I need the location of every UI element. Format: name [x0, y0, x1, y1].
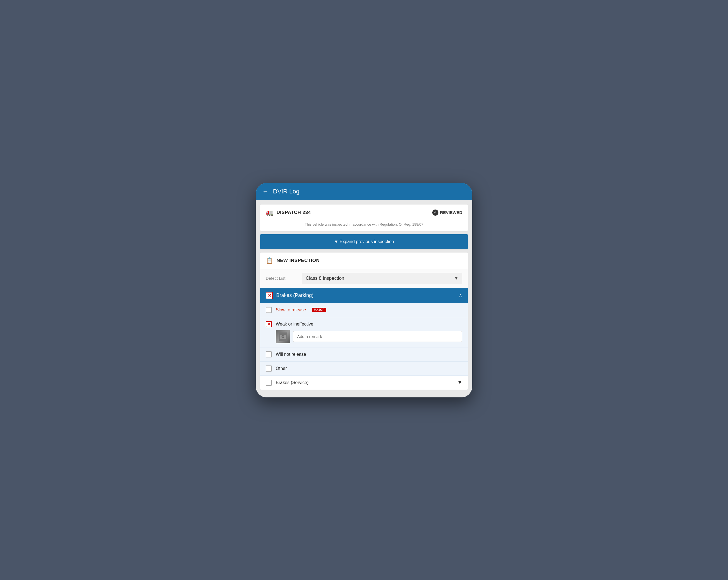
expand-label: ▼ Expand previous inspection: [334, 239, 394, 244]
reviewed-label: REVIEWED: [440, 210, 462, 215]
regulation-text: This vehicle was inspected in accordance…: [260, 221, 468, 231]
will-not-release-checkbox[interactable]: [266, 351, 272, 357]
other-checkbox[interactable]: [266, 365, 272, 371]
clipboard-icon: 📋: [266, 257, 273, 264]
photo-icon: [279, 332, 287, 341]
device-frame: ← DVIR Log 🚛 DISPATCH 234 ✓ REVIEWED Thi…: [256, 183, 472, 397]
content-area: 🚛 DISPATCH 234 ✓ REVIEWED This vehicle w…: [256, 200, 472, 397]
weak-ineffective-checkbox[interactable]: ✕: [266, 321, 272, 327]
items-list: Slow to release MAJOR ✕ Weak or ineffect…: [260, 303, 468, 390]
weak-ineffective-row-top: ✕ Weak or ineffective: [266, 321, 462, 327]
major-badge: MAJOR: [312, 308, 326, 312]
photo-thumb-inner: [276, 330, 290, 343]
weak-ineffective-label: Weak or ineffective: [276, 322, 313, 327]
list-item: Slow to release MAJOR: [260, 303, 468, 317]
new-inspection-title: NEW INSPECTION: [277, 258, 319, 264]
back-button[interactable]: ←: [262, 188, 268, 195]
brakes-service-row[interactable]: Brakes (Service) ▼: [260, 376, 468, 390]
list-item: ✕ Weak or ineffective: [260, 317, 468, 348]
list-item: Other: [260, 362, 468, 376]
new-inspection-card: 📋 NEW INSPECTION Defect List Class 8 Ins…: [260, 252, 468, 390]
chevron-up-icon: ∧: [459, 293, 462, 299]
reviewed-badge: ✓ REVIEWED: [432, 210, 462, 216]
truck-icon: 🚛: [266, 209, 273, 216]
dispatch-row: 🚛 DISPATCH 234 ✓ REVIEWED: [260, 204, 468, 221]
defect-list-row: Defect List Class 8 Inspection ▼: [260, 269, 468, 288]
brakes-service-checkbox[interactable]: [266, 380, 272, 386]
remark-input[interactable]: [293, 331, 462, 342]
brakes-service-label: Brakes (Service): [276, 380, 453, 385]
section-title: Brakes (Parking): [276, 293, 456, 298]
expand-card: ▼ Expand previous inspection: [260, 234, 468, 249]
app-title: DVIR Log: [273, 188, 299, 195]
weak-ineffective-detail: [276, 330, 462, 343]
slow-to-release-checkbox[interactable]: [266, 307, 272, 313]
photo-thumbnail[interactable]: [276, 330, 290, 343]
expand-previous-button[interactable]: ▼ Expand previous inspection: [260, 234, 468, 249]
will-not-release-label: Will not release: [276, 352, 306, 357]
chevron-down-icon: ▼: [457, 380, 462, 385]
svg-point-3: [282, 336, 284, 337]
defect-list-select[interactable]: Class 8 Inspection ▼: [302, 273, 462, 284]
new-inspection-header: 📋 NEW INSPECTION: [260, 252, 468, 269]
other-label: Other: [276, 366, 287, 371]
dispatch-left: 🚛 DISPATCH 234: [266, 209, 311, 216]
section-x-icon: ✕: [266, 292, 273, 299]
slow-to-release-label: Slow to release: [276, 307, 306, 312]
defect-list-label: Defect List: [266, 276, 302, 281]
check-circle-icon: ✓: [432, 210, 438, 216]
list-item: Will not release: [260, 348, 468, 362]
app-header: ← DVIR Log: [256, 183, 472, 200]
defect-list-value: Class 8 Inspection: [306, 276, 344, 281]
brakes-parking-section-header[interactable]: ✕ Brakes (Parking) ∧: [260, 288, 468, 303]
dispatch-number: DISPATCH 234: [277, 210, 311, 215]
chevron-down-icon: ▼: [454, 276, 459, 281]
dispatch-card: 🚛 DISPATCH 234 ✓ REVIEWED This vehicle w…: [260, 204, 468, 231]
